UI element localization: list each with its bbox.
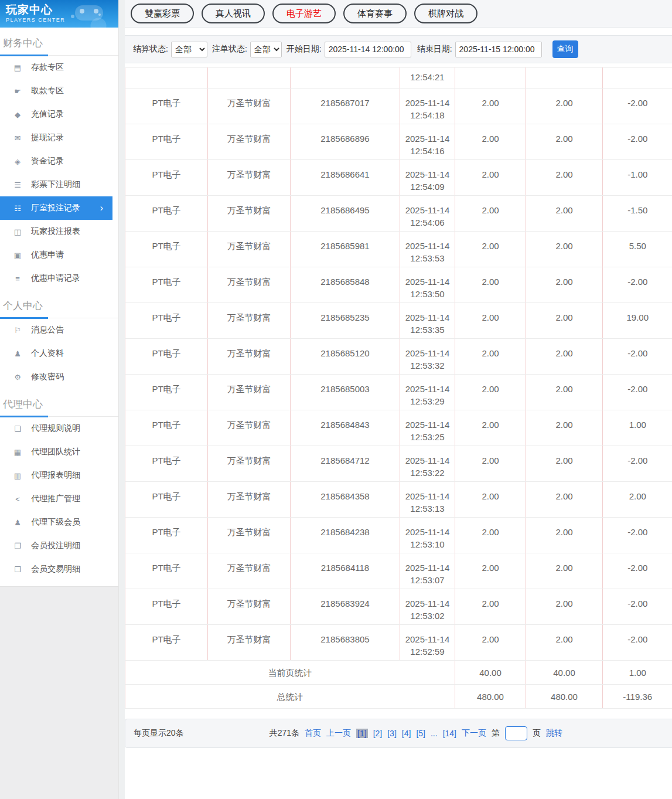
- sidebar-item[interactable]: ❐会员投注明细: [0, 534, 118, 557]
- page-stats-result: 1.00: [603, 661, 672, 685]
- section-header: 财务中心: [0, 33, 118, 56]
- cell-hall: PT电子: [125, 375, 208, 410]
- page-link[interactable]: [3]: [387, 729, 397, 738]
- cell-result: -2.00: [603, 625, 672, 661]
- cell-result: 1.00: [603, 410, 672, 446]
- jump-suffix-label: 页: [533, 728, 541, 739]
- cell-game: 万圣节财富: [208, 89, 291, 124]
- cell-game: 万圣节财富: [208, 375, 291, 410]
- sidebar-item[interactable]: ▥代理报表明细: [0, 464, 118, 487]
- prev-page-link[interactable]: 上一页: [326, 728, 351, 739]
- cell-order: 2185683924: [291, 589, 400, 625]
- cell-datetime: 2025-11-1412:54:09: [400, 160, 455, 196]
- sidebar-item[interactable]: ⚙修改密码: [0, 365, 118, 389]
- cell-result: -1.00: [603, 160, 672, 196]
- sidebar-item[interactable]: ⚐消息公告: [0, 318, 118, 342]
- tab-1[interactable]: 雙赢彩票: [131, 4, 194, 23]
- page-link[interactable]: [4]: [402, 729, 411, 738]
- sidebar-item[interactable]: ▣优惠申请: [0, 243, 118, 267]
- cell-result: -2.00: [603, 446, 672, 482]
- cell-hall: PT电子: [125, 89, 208, 124]
- sidebar-item-label: 修改密码: [31, 372, 64, 382]
- page-link[interactable]: [2]: [373, 729, 383, 738]
- next-page-link[interactable]: 下一页: [462, 728, 486, 739]
- cell-valid: 2.00: [526, 124, 603, 160]
- jump-prefix-label: 第: [492, 728, 500, 739]
- funds-record-icon: ◈: [12, 157, 23, 166]
- cell-hall: PT电子: [125, 482, 208, 518]
- first-page-link[interactable]: 首页: [305, 728, 321, 739]
- cell-datetime: 2025-11-1412:54:18: [400, 89, 455, 124]
- cell-order: [291, 68, 400, 89]
- end-date-input[interactable]: [455, 42, 542, 57]
- cell-game: 万圣节财富: [208, 267, 291, 303]
- cell-datetime: 2025-11-1412:53:02: [400, 589, 455, 625]
- sidebar-item[interactable]: ❏代理规则说明: [0, 417, 118, 440]
- hall-bet-record-icon: ☷: [12, 204, 23, 213]
- last-page-link[interactable]: [14]: [443, 729, 456, 738]
- sidebar-item[interactable]: <代理推广管理: [0, 487, 118, 511]
- bottom-area: [125, 748, 672, 799]
- sidebar-item[interactable]: ♟个人资料: [0, 342, 118, 365]
- table-row: PT电子万圣节财富21856858482025-11-1412:53:502.0…: [125, 267, 672, 303]
- cell-result: -2.00: [603, 124, 672, 160]
- app: 玩家中心 PLAYERS CENTER 财务中心▤存款专区☛取款专区◆充值记录✉…: [0, 0, 672, 799]
- cell-order: 2185687017: [291, 89, 400, 124]
- cell-bet: 2.00: [455, 303, 526, 339]
- order-status-select[interactable]: 全部: [250, 42, 282, 57]
- team-stats-icon: ▦: [12, 448, 23, 457]
- page-link[interactable]: [5]: [416, 729, 425, 738]
- sidebar-item[interactable]: ❒会员交易明细: [0, 557, 118, 581]
- sidebar-item[interactable]: ✉提现记录: [0, 126, 118, 149]
- sidebar-item[interactable]: ◆充值记录: [0, 103, 118, 126]
- cell-bet: 2.00: [455, 625, 526, 661]
- sidebar-item[interactable]: ◫玩家投注报表: [0, 220, 118, 243]
- jump-page-input[interactable]: [505, 726, 527, 740]
- cell-bet: 2.00: [455, 89, 526, 124]
- page-link-current[interactable]: [1]: [356, 729, 368, 738]
- cell-datetime: 2025-11-1412:52:59: [400, 625, 455, 661]
- spacer: [125, 28, 672, 35]
- sidebar-item[interactable]: ▦代理团队统计: [0, 440, 118, 464]
- cell-order: 2185685981: [291, 232, 400, 267]
- promo-apply-record-icon: ≡: [12, 274, 23, 283]
- sidebar-item[interactable]: ◈资金记录: [0, 149, 118, 173]
- query-button[interactable]: 查询: [552, 40, 578, 58]
- sidebar-item[interactable]: ☷厅室投注记录›: [0, 196, 112, 220]
- cell-bet: 2.00: [455, 196, 526, 232]
- cell-game: 万圣节财富: [208, 446, 291, 482]
- cell-game: 万圣节财富: [208, 410, 291, 446]
- cell-order: 2185685235: [291, 303, 400, 339]
- cell-datetime: 2025-11-1412:53:32: [400, 339, 455, 375]
- cell-hall: PT电子: [125, 589, 208, 625]
- cell-valid: 2.00: [526, 589, 603, 625]
- cell-valid: [526, 68, 603, 89]
- total-stats-result: -119.36: [603, 685, 672, 709]
- cell-valid: 2.00: [526, 482, 603, 518]
- sidebar-item[interactable]: ≡优惠申请记录: [0, 267, 118, 290]
- sidebar-item-label: 优惠申请: [31, 250, 64, 260]
- tab-3[interactable]: 电子游艺: [272, 4, 336, 23]
- cell-bet: [455, 68, 526, 89]
- start-date-input[interactable]: [325, 42, 411, 57]
- cell-result: 5.50: [603, 232, 672, 267]
- sidebar-item[interactable]: ▤存款专区: [0, 56, 118, 79]
- tab-4[interactable]: 体育赛事: [343, 4, 407, 23]
- per-page-text: 每页显示20条: [134, 728, 184, 739]
- sidebar-item-label: 会员投注明细: [31, 540, 80, 551]
- jump-button[interactable]: 跳转: [546, 728, 562, 739]
- section-header: 代理中心: [0, 394, 118, 417]
- cell-bet: 2.00: [455, 267, 526, 303]
- cell-result: -1.50: [603, 196, 672, 232]
- sidebar-item-label: 个人资料: [31, 348, 64, 359]
- player-bet-report-icon: ◫: [12, 227, 23, 236]
- sidebar-item[interactable]: ☰彩票下注明细: [0, 173, 118, 196]
- table-row: PT电子万圣节财富21856859812025-11-1412:53:532.0…: [125, 232, 672, 267]
- sidebar-item[interactable]: ☛取款专区: [0, 79, 118, 103]
- settle-status-select[interactable]: 全部: [171, 42, 207, 57]
- sidebar-item[interactable]: ♟代理下级会员: [0, 511, 118, 534]
- tab-2[interactable]: 真人视讯: [202, 4, 265, 23]
- cell-hall: PT电子: [125, 625, 208, 661]
- page-stats-row: 当前页统计 40.00 40.00 1.00: [125, 661, 672, 685]
- tab-5[interactable]: 棋牌对战: [414, 4, 477, 23]
